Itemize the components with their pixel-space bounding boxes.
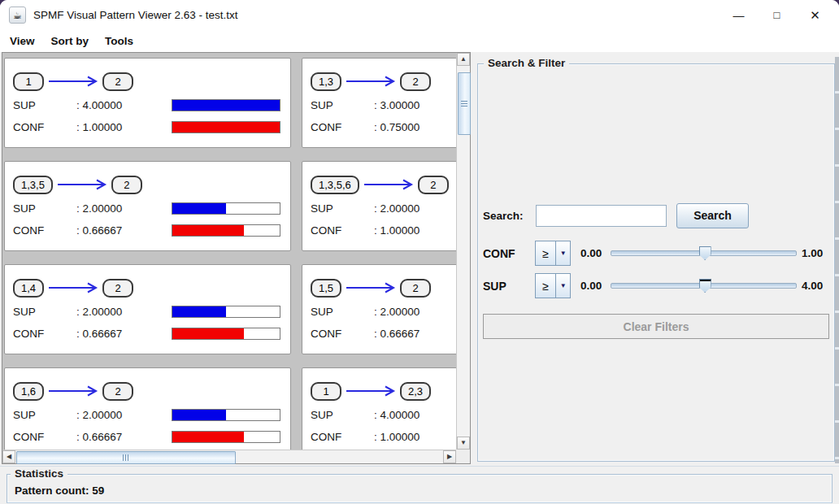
chevron-down-icon[interactable]: ▼	[555, 241, 570, 265]
slider-track[interactable]	[611, 283, 797, 289]
scroll-right-icon[interactable]: ▶	[443, 450, 456, 463]
pattern-card[interactable]: 1 2,3 SUP : 4.00000 CONF : 1.00000	[302, 367, 456, 450]
clear-filters-button[interactable]: Clear Filters	[483, 314, 829, 339]
maximize-button[interactable]: □	[758, 0, 796, 30]
rule-row: 1 2,3	[311, 380, 456, 402]
statistics-strip: Statistics Pattern count: 59	[0, 466, 839, 504]
sup-bar	[172, 409, 280, 421]
vertical-scrollbar[interactable]: ▲ ▼	[456, 53, 470, 450]
antecedent-pill: 1,3,5,6	[311, 176, 359, 194]
conf-bar	[172, 431, 280, 443]
rule-arrow-icon	[346, 282, 396, 293]
conf-row: CONF : 1.00000	[13, 121, 282, 133]
search-button[interactable]: Search	[676, 203, 749, 228]
conf-row: CONF : 0.66667	[13, 224, 282, 237]
consequent-pill: 2	[400, 72, 431, 91]
pattern-card[interactable]: 1,3,5,6 2 SUP : 2.00000 CONF : 1.00000	[302, 161, 456, 251]
chevron-down-icon[interactable]: ▼	[555, 274, 570, 298]
consequent-pill: 2	[418, 176, 449, 194]
horizontal-scrollbar[interactable]: ◀ ▶	[2, 450, 456, 463]
search-filter-title: Search & Filter	[484, 57, 569, 69]
conf-bar	[172, 224, 280, 237]
search-input[interactable]	[536, 205, 667, 227]
horizontal-scrollbar-thumb[interactable]	[16, 451, 236, 464]
scroll-up-icon[interactable]: ▲	[457, 53, 470, 66]
conf-row: CONF : 0.66667	[13, 328, 282, 340]
scrollbar-corner	[456, 450, 470, 463]
rule-row: 1 2	[13, 71, 282, 92]
window-controls: — □ ✕	[719, 0, 839, 30]
antecedent-pill: 1,5	[311, 279, 341, 298]
search-filter-groupbox: Search & Filter Search: Search CONF ≥ ▼ …	[477, 63, 835, 462]
conf-row: CONF : 1.00000	[311, 224, 456, 237]
sup-row: SUP : 3.00000	[311, 99, 456, 111]
statistics-title: Statistics	[11, 467, 67, 480]
operator-combo[interactable]: ≥ ▼	[535, 241, 571, 266]
pattern-card[interactable]: 1 2 SUP : 4.00000 CONF : 1.00000	[4, 58, 291, 148]
consequent-pill: 2	[111, 176, 142, 194]
conf-bar	[172, 328, 280, 340]
antecedent-pill: 1,3,5	[13, 176, 53, 194]
antecedent-pill: 1,4	[13, 279, 44, 298]
sup-row: SUP : 2.00000	[311, 306, 456, 318]
filter-label: CONF	[483, 247, 535, 260]
range-min-label: 0.00	[580, 247, 611, 259]
rule-row: 1,3 2	[311, 71, 456, 92]
background-window-edge	[835, 57, 839, 463]
pattern-card[interactable]: 1,6 2 SUP : 2.00000 CONF : 0.66667	[4, 367, 291, 450]
conf-filter-row: CONF ≥ ▼ 0.00 1.00	[483, 240, 834, 267]
range-max-label: 1.00	[802, 247, 834, 259]
rule-arrow-icon	[48, 76, 98, 87]
menu-item-tools[interactable]: Tools	[97, 33, 141, 50]
minimize-button[interactable]: —	[719, 0, 758, 30]
scroll-left-icon[interactable]: ◀	[2, 450, 15, 463]
sup-bar	[172, 306, 280, 318]
filter-label: SUP	[483, 280, 535, 293]
pattern-card[interactable]: 1,3 2 SUP : 3.00000 CONF : 0.75000	[302, 58, 456, 148]
rule-arrow-icon	[346, 76, 396, 87]
antecedent-pill: 1,6	[13, 382, 44, 401]
rule-arrow-icon	[346, 385, 396, 397]
slider-thumb[interactable]	[699, 246, 711, 260]
sup-filter-row: SUP ≥ ▼ 0.00 4.00	[483, 272, 834, 299]
sup-row: SUP : 2.00000	[13, 306, 282, 318]
rule-arrow-icon	[57, 179, 107, 190]
pattern-viewport: 1 2 SUP : 4.00000 CONF : 1.00000 1,3 2	[2, 53, 456, 450]
scroll-down-icon[interactable]: ▼	[457, 437, 470, 450]
menu-item-sort-by[interactable]: Sort by	[43, 33, 98, 50]
conf-row: CONF : 1.00000	[311, 431, 456, 443]
search-row: Search: Search	[483, 202, 749, 228]
range-max-label: 4.00	[802, 280, 834, 292]
operator-combo[interactable]: ≥ ▼	[535, 273, 571, 298]
pattern-count: Pattern count: 59	[15, 484, 104, 497]
statistics-groupbox: Statistics Pattern count: 59	[7, 474, 832, 503]
search-label: Search:	[483, 210, 536, 222]
title-bar: ☕ SPMF Visual Pattern Viewer 2.63 - test…	[0, 0, 839, 30]
pattern-card[interactable]: 1,5 2 SUP : 2.00000 CONF : 0.66667	[302, 264, 456, 354]
pattern-card[interactable]: 1,3,5 2 SUP : 2.00000 CONF : 0.66667	[4, 161, 291, 251]
close-button[interactable]: ✕	[796, 0, 834, 30]
menu-item-view[interactable]: View	[2, 33, 43, 50]
conf-row: CONF : 0.66667	[311, 328, 456, 340]
filter-panel: Search & Filter Search: Search CONF ≥ ▼ …	[472, 52, 835, 465]
antecedent-pill: 1	[13, 72, 44, 91]
sup-row: SUP : 2.00000	[311, 202, 456, 215]
app-window: ☕ SPMF Visual Pattern Viewer 2.63 - test…	[0, 0, 839, 504]
slider-track[interactable]	[611, 250, 797, 256]
conf-bar	[172, 121, 280, 133]
sup-row: SUP : 2.00000	[13, 409, 282, 421]
sup-row: SUP : 4.00000	[311, 409, 456, 421]
cards-grid: 1 2 SUP : 4.00000 CONF : 1.00000 1,3 2	[4, 58, 456, 450]
sup-bar	[172, 202, 280, 215]
vertical-scrollbar-thumb[interactable]	[458, 72, 471, 135]
sup-row: SUP : 2.00000	[13, 202, 282, 215]
rule-row: 1,6 2	[13, 380, 282, 402]
rule-arrow-icon	[48, 385, 98, 397]
consequent-pill: 2	[102, 382, 133, 401]
main-content: 1 2 SUP : 4.00000 CONF : 1.00000 1,3 2	[0, 52, 839, 504]
rule-arrow-icon	[363, 179, 414, 190]
rule-arrow-icon	[48, 282, 98, 293]
slider-thumb[interactable]	[699, 279, 711, 293]
java-coffee-cup-icon: ☕	[9, 7, 26, 24]
pattern-card[interactable]: 1,4 2 SUP : 2.00000 CONF : 0.66667	[4, 264, 291, 354]
